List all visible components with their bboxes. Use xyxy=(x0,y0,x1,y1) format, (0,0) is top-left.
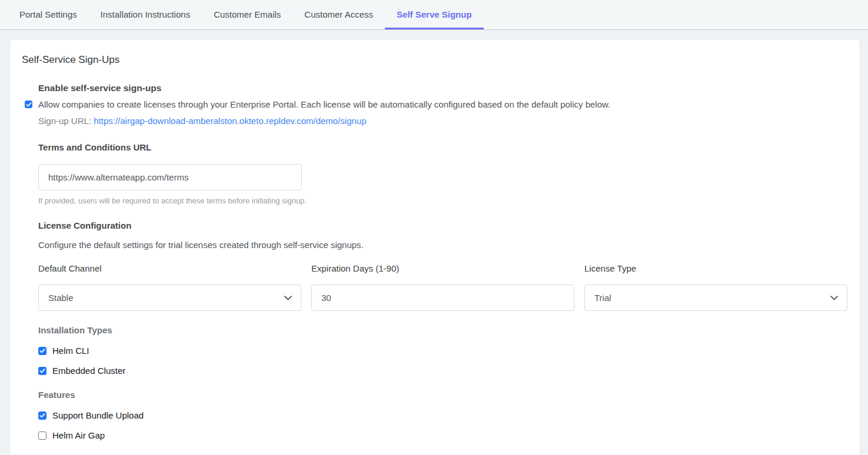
checkmark-icon xyxy=(26,102,32,107)
helm-cli-row[interactable]: Helm CLI xyxy=(38,346,89,356)
helm-cli-label: Helm CLI xyxy=(52,346,89,356)
installation-types-label: Installation Types xyxy=(38,325,847,335)
default-channel-select[interactable]: Stable xyxy=(38,285,301,311)
chevron-down-icon xyxy=(830,296,838,300)
card-content: Enable self-service sign-ups Allow compa… xyxy=(38,83,847,440)
helm-air-gap-row[interactable]: Helm Air Gap xyxy=(38,430,105,440)
license-configuration-description: Configure the default settings for trial… xyxy=(38,240,847,250)
self-service-signups-card: Self-Service Sign-Ups Enable self-servic… xyxy=(9,39,860,455)
tab-portal-settings[interactable]: Portal Settings xyxy=(8,0,89,29)
support-bundle-upload-row[interactable]: Support Bundle Upload xyxy=(38,410,144,420)
tab-installation-instructions[interactable]: Installation Instructions xyxy=(89,0,202,29)
helm-cli-checkbox[interactable] xyxy=(38,347,46,355)
enable-signups-description: Allow companies to create licenses throu… xyxy=(38,99,610,111)
expiration-days-label: Expiration Days (1-90) xyxy=(311,263,574,273)
terms-url-helper-text: If provided, users will be required to a… xyxy=(38,196,847,205)
license-configuration-heading: License Configuration xyxy=(38,220,847,230)
license-fields-row: Default Channel Stable Expiration Days (… xyxy=(38,263,847,311)
embedded-cluster-checkbox[interactable] xyxy=(38,367,46,375)
tab-customer-access[interactable]: Customer Access xyxy=(292,0,385,29)
embedded-cluster-row[interactable]: Embedded Cluster xyxy=(38,366,125,376)
enable-signups-heading: Enable self-service sign-ups xyxy=(38,83,847,93)
terms-url-input[interactable] xyxy=(38,164,302,190)
signup-url-label: Sign-up URL: xyxy=(38,116,91,126)
license-type-select[interactable]: Trial xyxy=(584,285,847,311)
support-bundle-upload-label: Support Bundle Upload xyxy=(52,410,144,420)
license-type-value: Trial xyxy=(594,293,611,303)
expiration-days-field: Expiration Days (1-90) xyxy=(311,263,574,311)
embedded-cluster-label: Embedded Cluster xyxy=(52,366,125,376)
default-channel-value: Stable xyxy=(48,293,74,303)
checkmark-icon xyxy=(39,369,45,373)
checkmark-icon xyxy=(39,413,45,418)
default-channel-field: Default Channel Stable xyxy=(38,263,301,311)
signup-url-row: Sign-up URL: https://airgap-download-amb… xyxy=(38,115,847,127)
license-type-field: License Type Trial xyxy=(584,263,847,311)
support-bundle-upload-checkbox[interactable] xyxy=(38,411,46,420)
page-title: Self-Service Sign-Ups xyxy=(22,54,847,66)
tab-customer-emails[interactable]: Customer Emails xyxy=(202,0,292,29)
enable-signups-checkbox[interactable] xyxy=(25,101,32,108)
enable-signups-row: Allow companies to create licenses throu… xyxy=(25,99,847,111)
page-body: Self-Service Sign-Ups Enable self-servic… xyxy=(0,30,868,455)
expiration-days-input[interactable] xyxy=(311,285,574,311)
default-channel-label: Default Channel xyxy=(38,263,301,273)
chevron-down-icon xyxy=(284,296,292,300)
tab-self-serve-signup[interactable]: Self Serve Signup xyxy=(385,0,484,29)
settings-tab-bar: Portal Settings Installation Instruction… xyxy=(0,0,868,30)
terms-url-label: Terms and Conditions URL xyxy=(38,142,847,152)
helm-air-gap-label: Helm Air Gap xyxy=(52,430,105,440)
helm-air-gap-checkbox[interactable] xyxy=(38,431,46,440)
signup-url-link[interactable]: https://airgap-download-amberalston.okte… xyxy=(94,116,366,126)
checkmark-icon xyxy=(39,349,45,353)
features-label: Features xyxy=(38,390,847,400)
license-type-label: License Type xyxy=(584,263,847,273)
